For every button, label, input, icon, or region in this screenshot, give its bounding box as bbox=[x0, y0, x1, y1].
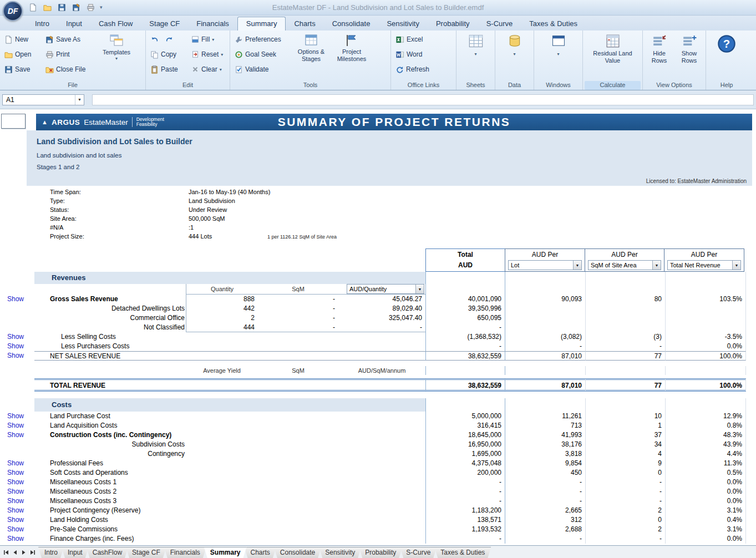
qat-print-button[interactable] bbox=[85, 2, 95, 12]
cell-total-aud: 650,095 bbox=[425, 313, 505, 323]
ribbon-tab-intro[interactable]: Intro bbox=[27, 17, 58, 31]
application-window: { "titlebar": { "logo_text": "DF", "titl… bbox=[0, 0, 756, 558]
sheet-nav-last-icon[interactable] bbox=[29, 549, 36, 556]
open-button[interactable]: Open bbox=[2, 48, 42, 61]
ribbon-tab-charts[interactable]: Charts bbox=[286, 17, 323, 31]
qat-new-button[interactable] bbox=[28, 2, 38, 12]
paste-button[interactable]: Paste bbox=[148, 63, 187, 76]
sheet-tab-summary[interactable]: Summary bbox=[204, 547, 247, 558]
brand-divider bbox=[132, 117, 133, 127]
sheets-button[interactable]: ▾ bbox=[458, 32, 493, 79]
redo-button[interactable] bbox=[163, 33, 176, 46]
report-banner: ▲ ARGUS EstateMaster DevelopmentFeasibil… bbox=[36, 114, 752, 130]
sheet-nav-next-icon[interactable] bbox=[20, 549, 27, 556]
qat-save-as-button[interactable] bbox=[71, 2, 81, 12]
sheet-tab-stage-cf[interactable]: Stage CF bbox=[126, 547, 166, 558]
help-button[interactable]: ? bbox=[709, 32, 744, 79]
sheet-tab-cashflow[interactable]: CashFlow bbox=[87, 547, 128, 558]
sheet-tab-intro[interactable]: Intro bbox=[38, 547, 64, 558]
cell-aud-per-sqm: 37 bbox=[586, 430, 666, 440]
templates-button[interactable]: Templates ▾ bbox=[95, 32, 138, 79]
qat-open-button[interactable] bbox=[42, 2, 52, 12]
row-label: Project Contingency (Reserve) bbox=[34, 506, 186, 515]
show-link[interactable]: Show bbox=[7, 412, 24, 420]
undo-button[interactable] bbox=[148, 33, 161, 46]
cell-aud-per-quantity bbox=[338, 449, 425, 459]
dropdown-arrow-icon[interactable]: ▼ bbox=[732, 261, 740, 270]
show-link[interactable]: Show bbox=[7, 525, 24, 533]
sheet-tab-s-curve[interactable]: S-Curve bbox=[400, 547, 437, 558]
save-button[interactable]: Save bbox=[2, 63, 42, 76]
show-link[interactable]: Show bbox=[7, 459, 24, 467]
per-sqm-dropdown[interactable]: SqM of Site Area ▼ bbox=[588, 260, 661, 270]
goal-seek-button[interactable]: Goal Seek bbox=[232, 48, 292, 61]
options-stages-button[interactable]: Options & Stages bbox=[293, 32, 329, 79]
show-cell bbox=[0, 440, 34, 449]
close-file-button[interactable]: Close File bbox=[43, 63, 94, 76]
sheet-tab-input[interactable]: Input bbox=[62, 547, 89, 558]
data-button[interactable]: ▾ bbox=[497, 32, 532, 79]
show-link[interactable]: Show bbox=[7, 478, 24, 486]
show-link[interactable]: Show bbox=[7, 422, 24, 429]
show-link[interactable]: Show bbox=[7, 469, 24, 476]
sheet-tab-sensitivity[interactable]: Sensitivity bbox=[319, 547, 361, 558]
show-link[interactable]: Show bbox=[7, 535, 24, 542]
project-milestones-button[interactable]: Project Milestones bbox=[331, 32, 373, 79]
cell-reference-box[interactable]: A1 ▼ bbox=[2, 94, 84, 105]
aud-quantity-dropdown[interactable]: AUD/Quantity ▼ bbox=[347, 284, 424, 294]
refresh-button[interactable]: Refresh bbox=[393, 63, 432, 76]
sheet-tab-taxes-duties[interactable]: Taxes & Duties bbox=[434, 547, 491, 558]
show-link[interactable]: Show bbox=[7, 333, 24, 341]
dropdown-arrow-icon[interactable]: ▼ bbox=[415, 285, 424, 293]
sheet-tab-charts[interactable]: Charts bbox=[245, 547, 276, 558]
clear-button[interactable]: Clear▾ bbox=[189, 63, 227, 76]
excel-button[interactable]: Excel bbox=[393, 33, 432, 46]
per-lot-dropdown[interactable]: Lot ▼ bbox=[508, 260, 582, 270]
ribbon-tab-stage-cf[interactable]: Stage CF bbox=[141, 17, 188, 31]
corner-cell[interactable] bbox=[1, 114, 26, 129]
sheet-tab-consolidate[interactable]: Consolidate bbox=[274, 547, 321, 558]
ribbon-tab-probability[interactable]: Probability bbox=[428, 17, 478, 31]
ribbon-tab-s-curve[interactable]: S-Curve bbox=[478, 17, 521, 31]
word-button[interactable]: Word bbox=[393, 48, 432, 61]
save-as-button[interactable]: Save As bbox=[43, 33, 94, 46]
cell-total-aud: - bbox=[425, 487, 505, 496]
fill-button[interactable]: Fill▾ bbox=[189, 33, 227, 46]
show-link[interactable]: Show bbox=[7, 497, 24, 505]
preferences-button[interactable]: Preferences bbox=[232, 33, 292, 46]
ribbon-tab-cash-flow[interactable]: Cash Flow bbox=[90, 17, 141, 31]
new-button[interactable]: New bbox=[2, 33, 42, 46]
qat-save-button[interactable] bbox=[57, 2, 67, 12]
show-link[interactable]: Show bbox=[7, 431, 24, 439]
ribbon-tab-taxes-duties[interactable]: Taxes & Duties bbox=[521, 17, 586, 31]
qat-customize-dropdown-icon[interactable]: ▾ bbox=[100, 5, 103, 10]
cell-reference-dropdown-icon[interactable]: ▼ bbox=[75, 95, 84, 105]
show-link[interactable]: Show bbox=[7, 352, 24, 359]
ribbon-tab-input[interactable]: Input bbox=[58, 17, 90, 31]
show-link[interactable]: Show bbox=[7, 488, 24, 495]
ribbon-tab-financials[interactable]: Financials bbox=[188, 17, 237, 31]
sheet-nav-prev-icon[interactable] bbox=[11, 549, 18, 556]
show-link[interactable]: Show bbox=[7, 516, 24, 524]
reset-button[interactable]: Reset▾ bbox=[189, 48, 227, 61]
show-link[interactable]: Show bbox=[7, 295, 24, 303]
residual-land-value-button[interactable]: Residual Land Value bbox=[585, 32, 641, 79]
ribbon-tab-consolidate[interactable]: Consolidate bbox=[324, 17, 379, 31]
print-button[interactable]: Print bbox=[43, 48, 94, 61]
sheet-tab-probability[interactable]: Probability bbox=[359, 547, 402, 558]
sheet-nav-first-icon[interactable] bbox=[2, 549, 9, 556]
validate-button[interactable]: Validate bbox=[232, 63, 292, 76]
windows-button[interactable]: ▾ bbox=[541, 32, 576, 79]
show-rows-button[interactable]: Show Rows bbox=[675, 32, 704, 79]
copy-button[interactable]: Copy bbox=[148, 48, 187, 61]
sheet-tab-financials[interactable]: Financials bbox=[164, 547, 206, 558]
dropdown-arrow-icon[interactable]: ▼ bbox=[652, 261, 661, 270]
dropdown-arrow-icon[interactable]: ▼ bbox=[573, 261, 581, 270]
formula-input[interactable] bbox=[92, 94, 754, 105]
show-link[interactable]: Show bbox=[7, 506, 24, 514]
show-link[interactable]: Show bbox=[7, 342, 24, 350]
ribbon-tab-sensitivity[interactable]: Sensitivity bbox=[378, 17, 428, 31]
hide-rows-button[interactable]: Hide Rows bbox=[645, 32, 674, 79]
per-revenue-dropdown[interactable]: Total Net Revenue ▼ bbox=[667, 260, 741, 270]
ribbon-tab-summary[interactable]: Summary bbox=[237, 17, 286, 31]
